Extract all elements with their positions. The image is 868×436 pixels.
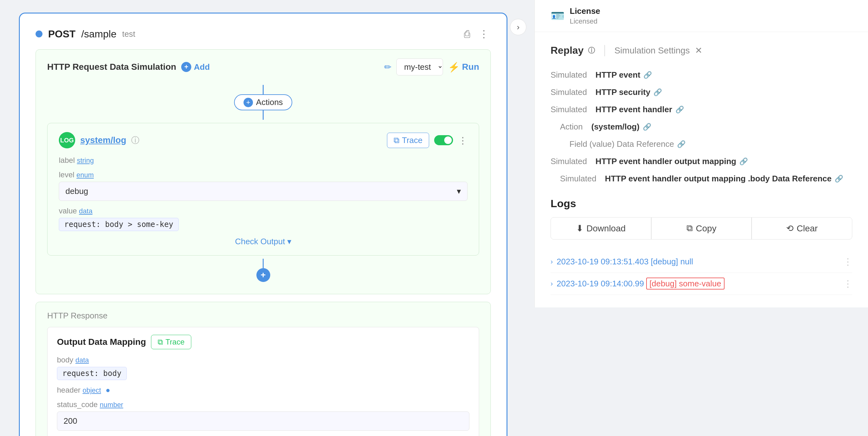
clear-icon: ⟲ (786, 223, 794, 234)
sidebar-tabs: Replay ⓘ Simulation Settings ✕ (551, 45, 852, 56)
log-entry-2-text: 2023-10-19 09:14:00.99 [debug] some-valu… (557, 279, 843, 289)
header-actions: ⎙ ⋮ (462, 26, 491, 42)
output-trace-icon: ⧉ (158, 338, 163, 346)
action-controls: ⧉ Trace ⋮ (387, 133, 468, 148)
license-info: License Licensed (570, 6, 600, 26)
value-type: data (79, 207, 92, 215)
replay-label: Replay (551, 45, 584, 56)
run-btn[interactable]: ⚡ Run (448, 62, 479, 73)
header-field-row: header object ● (57, 386, 469, 395)
check-output-btn[interactable]: Check Output ▾ (59, 237, 467, 246)
body-type: data (75, 356, 89, 364)
sim-item-5: Field (value) Data Reference 🔗 (551, 138, 852, 150)
log-entry-1[interactable]: › 2023-10-19 09:13:51.403 [debug] null ⋮ (551, 251, 852, 273)
toggle-on[interactable] (434, 135, 453, 145)
sim-settings-close-icon: ✕ (695, 45, 702, 56)
label-field-row: label string (59, 156, 467, 165)
simulation-controls: ✏ my-test ⚡ Run (384, 59, 479, 75)
action-name[interactable]: system/log (80, 135, 126, 145)
more-btn[interactable]: ⋮ (458, 135, 467, 146)
license-status: Licensed (570, 17, 600, 26)
header-type: object (83, 386, 101, 394)
status-code-field-label: status_code number (57, 400, 469, 409)
collapse-area: › (526, 0, 534, 35)
response-section: HTTP Response Output Data Mapping ⧉ Trac… (36, 302, 491, 436)
sim-item-4: Action (system/log) 🔗 (551, 121, 852, 133)
download-btn[interactable]: ⬇ Download (551, 217, 651, 239)
download-icon: ⬇ (576, 223, 583, 234)
trace-label: Trace (402, 135, 423, 145)
label-field-label: label string (59, 156, 467, 165)
more-options-btn[interactable]: ⋮ (477, 26, 491, 42)
status-code-type: number (100, 401, 123, 409)
logs-section: Logs ⬇ Download ⧉ Copy ⟲ Clear (551, 197, 852, 295)
download-label: Download (586, 224, 626, 234)
edit-icon[interactable]: ✏ (384, 62, 391, 72)
chevron-down-icon: ▾ (457, 187, 461, 196)
request-header: POST /sample test ⎙ ⋮ (36, 26, 491, 42)
simulation-header: HTTP Request Data Simulation + Add ✏ my-… (47, 59, 479, 75)
sim-item-7: Simulated HTTP event handler output mapp… (551, 173, 852, 185)
add-action-btn[interactable]: + (256, 268, 270, 282)
trace-btn[interactable]: ⧉ Trace (387, 133, 429, 148)
sim-item-6: Simulated HTTP event handler output mapp… (551, 155, 852, 168)
mapping-header: Output Data Mapping ⧉ Trace (57, 335, 469, 349)
level-select[interactable]: debug ▾ (59, 182, 467, 201)
right-sidebar: 🪪 License Licensed Replay ⓘ Simulation S… (534, 0, 868, 307)
chevron-down-icon: ▾ (287, 237, 291, 246)
logs-actions: ⬇ Download ⧉ Copy ⟲ Clear (551, 217, 852, 239)
link-icon[interactable]: 🔗 (835, 173, 843, 184)
connector-line-top (263, 85, 264, 94)
actions-label: Actions (256, 97, 283, 107)
connector-line-bottom (263, 110, 264, 120)
copy-btn[interactable]: ⧉ Copy (651, 217, 752, 239)
request-tag: test (122, 29, 135, 39)
chevron-right-icon: › (517, 22, 520, 32)
body-field-label: body data (57, 356, 469, 364)
request-card: POST /sample test ⎙ ⋮ HTTP Request Data … (19, 12, 507, 436)
add-simulation-btn[interactable]: + Add (181, 62, 210, 72)
collapse-sidebar-btn[interactable]: › (510, 19, 526, 35)
link-icon[interactable]: 🔗 (643, 122, 651, 132)
copy-icon: ⧉ (686, 223, 693, 234)
actions-connector: + Actions (47, 82, 479, 123)
clear-label: Clear (797, 224, 818, 234)
connector-line (263, 259, 264, 268)
header-field-label: header object ● (57, 386, 469, 395)
simulation-title: HTTP Request Data Simulation (47, 62, 176, 72)
sidebar-wrapper: › 🪪 License Licensed Replay ⓘ Simulation… (526, 0, 868, 436)
log-chevron-icon: › (551, 258, 553, 266)
body-value-chip: request: body (57, 367, 127, 380)
tab-simulation-settings[interactable]: Simulation Settings ✕ (614, 45, 702, 56)
tab-replay[interactable]: Replay ⓘ (551, 45, 595, 56)
plus-circle: + (244, 98, 253, 107)
log-chevron-icon: › (551, 280, 553, 288)
replay-info-icon: ⓘ (588, 46, 595, 55)
log-entry-1-text: 2023-10-19 09:13:51.403 [debug] null (557, 257, 843, 267)
actions-badge: + Actions (234, 94, 292, 110)
level-field-row: level enum debug ▾ (59, 170, 467, 201)
link-icon[interactable]: 🔗 (739, 156, 748, 167)
log-entry-1-more-btn[interactable]: ⋮ (843, 257, 852, 267)
link-icon[interactable]: 🔗 (643, 70, 652, 80)
license-icon: 🪪 (551, 9, 565, 23)
sim-list: Simulated HTTP event 🔗 Simulated HTTP se… (551, 69, 852, 185)
run-label: Run (462, 62, 479, 72)
value-field-row: value data request: body > some-key (59, 206, 467, 231)
link-icon[interactable]: 🔗 (653, 87, 662, 97)
share-icon-btn[interactable]: ⎙ (462, 26, 472, 42)
log-entry-2-more-btn[interactable]: ⋮ (843, 278, 852, 289)
simulation-section: HTTP Request Data Simulation + Add ✏ my-… (36, 49, 491, 294)
header-info-icon: ● (106, 386, 111, 394)
level-type: enum (76, 171, 94, 179)
link-icon[interactable]: 🔗 (676, 104, 684, 115)
output-trace-btn[interactable]: ⧉ Trace (151, 335, 191, 349)
trace-icon: ⧉ (394, 135, 400, 145)
run-icon: ⚡ (448, 62, 460, 73)
test-name-select[interactable]: my-test (396, 59, 443, 75)
link-icon[interactable]: 🔗 (677, 139, 685, 149)
clear-btn[interactable]: ⟲ Clear (752, 217, 852, 239)
log-entry-2[interactable]: › 2023-10-19 09:14:00.99 [debug] some-va… (551, 273, 852, 295)
status-code-select[interactable]: 200 (57, 411, 469, 431)
log-entries: › 2023-10-19 09:13:51.403 [debug] null ⋮… (551, 251, 852, 295)
